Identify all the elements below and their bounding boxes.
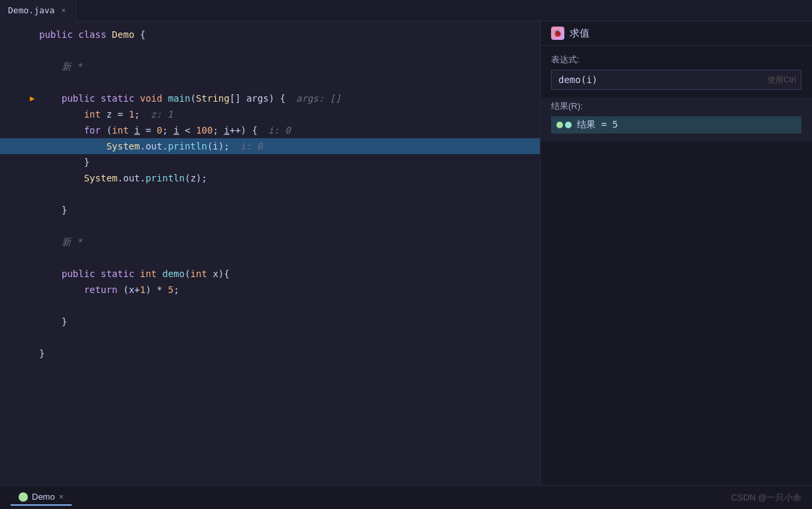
debug-title-bar: 🐞 求值 xyxy=(540,21,812,46)
line-content: } xyxy=(37,314,540,330)
debug-icon: 🐞 xyxy=(551,27,564,40)
bottom-tabs: Demo × xyxy=(11,489,72,506)
result-value: 结果 = 5 xyxy=(577,119,618,131)
code-line: for (int i = 0; i < 100; i++) {i: 0 xyxy=(0,122,540,138)
code-line: return (x+1) * 5; xyxy=(0,282,540,298)
code-line: } xyxy=(0,202,540,218)
bottom-bar: Demo × CSDN @一只小余 xyxy=(0,485,812,509)
code-line: public static int demo(int x){ xyxy=(0,266,540,282)
expression-input[interactable] xyxy=(551,70,801,90)
tab-bar: Demo.java × xyxy=(0,0,812,21)
debug-title-text: 求值 xyxy=(570,27,590,40)
line-content: } xyxy=(37,346,540,361)
tab-close-button[interactable]: × xyxy=(58,6,68,15)
code-line xyxy=(0,330,540,346)
line-content: System.out.println(i);i: 0 xyxy=(37,138,540,154)
line-content: } xyxy=(37,154,540,170)
expression-label: 表达式: xyxy=(551,54,801,66)
line-content: 新 * xyxy=(37,58,540,74)
bottom-tab-close[interactable]: × xyxy=(59,492,64,502)
code-line: ▶ public static void main(String[] args)… xyxy=(0,90,540,106)
bottom-tab-demo[interactable]: Demo × xyxy=(11,489,72,506)
debug-panel: 🐞 求值 表达式: 使用Ctrl 结果(R): 结果 = 5 xyxy=(540,21,812,485)
code-line: 新 * xyxy=(0,234,540,250)
line-arrow: ▶ xyxy=(30,90,37,106)
line-content: return (x+1) * 5; xyxy=(37,282,540,298)
line-content: System.out.println(z); xyxy=(37,170,540,186)
line-content: int z = 1;z: 1 xyxy=(37,106,540,122)
code-line: int z = 1;z: 1 xyxy=(0,106,540,122)
expression-input-wrapper: 使用Ctrl xyxy=(551,70,801,90)
code-lines: public class Demo { 新 *▶ public static v… xyxy=(0,21,540,367)
code-line xyxy=(0,218,540,234)
code-line: System.out.println(i);i: 0 xyxy=(0,138,540,154)
line-content: public static void main(String[] args) {… xyxy=(37,90,540,106)
result-section: 结果(R): 结果 = 5 xyxy=(540,98,812,142)
code-line: } xyxy=(0,346,540,361)
line-content: for (int i = 0; i < 100; i++) {i: 0 xyxy=(37,122,540,138)
code-line: public class Demo { xyxy=(0,27,540,43)
bottom-tab-label: Demo xyxy=(32,492,55,502)
dot-teal xyxy=(565,122,572,128)
dot-green xyxy=(556,122,563,128)
bottom-tab-icon xyxy=(19,492,28,502)
result-label: 结果(R): xyxy=(551,100,801,112)
line-content: 新 * xyxy=(37,234,540,250)
code-editor[interactable]: public class Demo { 新 *▶ public static v… xyxy=(0,21,540,485)
code-line: } xyxy=(0,314,540,330)
editor-tab[interactable]: Demo.java × xyxy=(0,0,76,21)
code-line xyxy=(0,74,540,90)
code-line: 新 * xyxy=(0,58,540,74)
code-line xyxy=(0,298,540,314)
code-line: System.out.println(z); xyxy=(0,170,540,186)
result-dots xyxy=(556,122,572,128)
code-line xyxy=(0,43,540,58)
line-content: public static int demo(int x){ xyxy=(37,266,540,282)
main-area: public class Demo { 新 *▶ public static v… xyxy=(0,21,812,485)
expression-section: 表达式: 使用Ctrl xyxy=(540,46,812,98)
code-line: } xyxy=(0,154,540,170)
line-content: } xyxy=(37,202,540,218)
watermark: CSDN @一只小余 xyxy=(731,492,801,504)
result-row: 结果 = 5 xyxy=(551,116,801,134)
line-content: public class Demo { xyxy=(37,27,540,43)
code-line xyxy=(0,186,540,202)
expression-hint: 使用Ctrl xyxy=(768,74,796,86)
code-line xyxy=(0,250,540,266)
tab-filename: Demo.java xyxy=(8,5,54,15)
